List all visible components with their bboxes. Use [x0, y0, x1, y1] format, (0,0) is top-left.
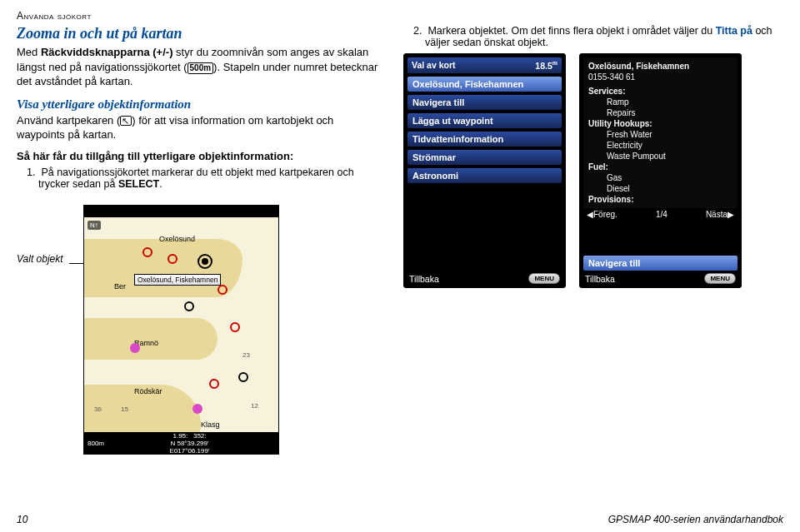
menu-item[interactable]: Tidvatteninformation — [408, 132, 562, 147]
back-button[interactable]: Tillbaka — [409, 274, 439, 284]
place-ber: Ber — [114, 282, 126, 291]
left-column: Zooma in och ut på kartan Med Räckviddsk… — [17, 25, 383, 455]
menu-item-selected[interactable]: Oxelösund, Fiskehamnen — [408, 77, 562, 92]
chart-marker-icon — [192, 404, 202, 414]
step-2: 2. Markera objektet. Om det finns flera … — [413, 25, 783, 48]
chart-marker-icon — [238, 372, 248, 382]
page-number: 10 — [17, 514, 28, 525]
heading-objectinfo: Visa ytterligare objektinformation — [17, 97, 383, 112]
para-zoom: Med Räckviddsknapparna (+/-) styr du zoo… — [17, 45, 383, 89]
poi-details: Oxelösund, Fiskehamnen 0155-340 61 Servi… — [583, 57, 738, 208]
menu-item[interactable]: Navigera till — [408, 95, 562, 110]
page-indicator: 1/4 — [656, 210, 668, 219]
para-objectinfo: Använd kartpekaren () för att visa infor… — [17, 113, 383, 142]
chart-figure: Valt objekt N↑ Oxelösund Ber Ramnö Rödsk… — [17, 205, 383, 455]
device-screenshots: Val av kort 18.5m Oxelösund, Fiskehamnen… — [403, 53, 783, 288]
place-oxelosund: Oxelösund — [159, 235, 195, 243]
menu-button[interactable]: MENU — [704, 273, 736, 284]
section-label: Använda sjökort — [17, 10, 783, 22]
chart-status-bottom: 800m 1.95: 352: N 58°39.299' E017°06.199… — [84, 432, 278, 454]
steps-heading: Så här får du tillgång till ytterligare … — [17, 149, 383, 164]
menu-button[interactable]: MENU — [528, 273, 560, 284]
selected-object-label: Valt objekt — [17, 205, 83, 265]
page-footer: 10 GPSMAP 400-serien användarhandbok — [17, 514, 783, 525]
navigate-to-button[interactable]: Navigera till — [583, 256, 738, 271]
chart-marker-icon — [184, 301, 194, 311]
steps-list-right: 2. Markera objektet. Om det finns flera … — [403, 25, 783, 48]
nav-chart: N↑ Oxelösund Ber Ramnö Rödskär Klasg 36 … — [83, 205, 279, 455]
menu-item[interactable]: Lägga ut waypoint — [408, 113, 562, 128]
device-bottom-bar: Tillbaka MENU — [408, 271, 562, 284]
chart-status-top — [84, 206, 278, 217]
map-pointer-icon — [120, 116, 132, 126]
place-klasg: Klasg — [201, 420, 220, 429]
chart-marker-icon — [230, 322, 240, 332]
compass-icon: N↑ — [88, 221, 101, 230]
pager: ◀Föreg. 1/4 Nästa▶ — [583, 208, 738, 221]
device-details-panel: Oxelösund, Fiskehamnen 0155-340 61 Servi… — [579, 53, 742, 288]
step-1: 1. På navigationssjökortet markerar du e… — [27, 167, 383, 190]
right-column: 2. Markera objektet. Om det finns flera … — [403, 25, 783, 455]
book-title: GPSMAP 400-serien användarhandbok — [608, 514, 783, 525]
next-button[interactable]: Nästa▶ — [706, 210, 734, 219]
prev-button[interactable]: ◀Föreg. — [587, 210, 618, 219]
heading-zoom: Zooma in och ut på kartan — [17, 25, 383, 42]
device-bottom-bar: Tillbaka MENU — [583, 271, 738, 284]
menu-item[interactable]: Astronomi — [408, 168, 562, 183]
menu-item[interactable]: Strömmar — [408, 150, 562, 165]
back-button[interactable]: Tillbaka — [585, 274, 615, 284]
chart-marker-icon — [209, 379, 219, 389]
device-title: Val av kort 18.5m — [408, 57, 562, 73]
chart-tooltip: Oxelösund, Fiskehamnen — [134, 274, 221, 286]
steps-list-left: 1. På navigationssjökortet markerar du e… — [17, 167, 383, 190]
device-menu-valavkort: Val av kort 18.5m Oxelösund, Fiskehamnen… — [403, 53, 566, 288]
scale-chip: 500m — [188, 62, 214, 74]
place-rodskar: Rödskär — [134, 387, 162, 395]
